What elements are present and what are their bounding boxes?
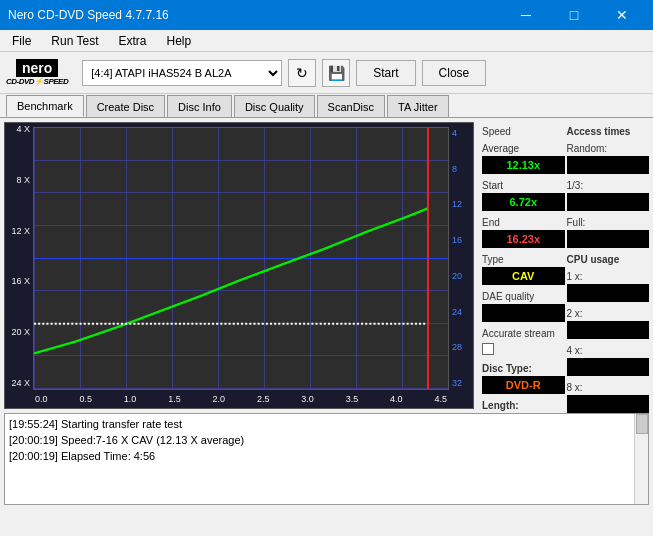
- bottom-area: [19:55:24] Starting transfer rate test […: [0, 413, 653, 509]
- y-right-8: 8: [449, 165, 473, 174]
- window-close-button[interactable]: ✕: [599, 0, 645, 30]
- length-label: Length:: [482, 400, 565, 411]
- y-right-16: 16: [449, 236, 473, 245]
- chart-inner: [33, 127, 449, 390]
- x-label-4: 4.0: [390, 394, 403, 404]
- x-label-2: 2.0: [213, 394, 226, 404]
- reload-button[interactable]: ↻: [288, 59, 316, 87]
- y-label-20: 20 X: [5, 328, 33, 337]
- save-button[interactable]: 💾: [322, 59, 350, 87]
- tab-create-disc[interactable]: Create Disc: [86, 95, 165, 117]
- type-value: CAV: [482, 267, 565, 285]
- menu-help[interactable]: Help: [159, 32, 200, 50]
- stats-right-col: Access times Random: 1/3: Full: CPU usag…: [567, 122, 650, 409]
- y-right-20: 20: [449, 272, 473, 281]
- right-panel: Speed Average 12.13x Start 6.72x End 16.…: [478, 118, 653, 413]
- y-label-4: 4 X: [5, 125, 33, 134]
- log-scrollbar[interactable]: [634, 414, 648, 504]
- accurate-stream-label: Accurate stream: [482, 328, 565, 339]
- x-label-45: 4.5: [434, 394, 447, 404]
- dae-quality-label: DAE quality: [482, 291, 565, 302]
- end-label: End: [482, 217, 565, 228]
- menu-file[interactable]: File: [4, 32, 39, 50]
- disc-type-value: DVD-R: [482, 376, 565, 394]
- maximize-button[interactable]: □: [551, 0, 597, 30]
- y-right-4: 4: [449, 129, 473, 138]
- cpu-1x-value: [567, 284, 650, 302]
- dae-quality-value: [482, 304, 565, 322]
- chart-area: 24 X 20 X 16 X 12 X 8 X 4 X: [4, 122, 474, 409]
- title-bar: Nero CD-DVD Speed 4.7.7.16 ─ □ ✕: [0, 0, 653, 30]
- x-label-25: 2.5: [257, 394, 270, 404]
- y-axis-right: 32 28 24 20 16 12 8 4: [449, 127, 473, 390]
- nero-logo-top: nero: [16, 59, 58, 77]
- cpu-usage-title: CPU usage: [567, 254, 650, 265]
- x-label-15: 1.5: [168, 394, 181, 404]
- y-label-16: 16 X: [5, 277, 33, 286]
- minimize-button[interactable]: ─: [503, 0, 549, 30]
- nero-logo-bottom: CD-DVD⚡SPEED: [6, 77, 68, 86]
- cpu-8x-value: [567, 395, 650, 413]
- tab-ta-jitter[interactable]: TA Jitter: [387, 95, 449, 117]
- speed-label: Speed: [482, 126, 565, 137]
- x-label-05: 0.5: [79, 394, 92, 404]
- y-right-32: 32: [449, 379, 473, 388]
- toolbar-close-button[interactable]: Close: [422, 60, 487, 86]
- log-lines-area: [19:55:24] Starting transfer rate test […: [5, 414, 648, 504]
- menu-bar: File Run Test Extra Help: [0, 30, 653, 52]
- access-times-title: Access times: [567, 126, 650, 137]
- cpu-4x-value: [567, 358, 650, 376]
- log-line-1: [20:00:19] Speed:7-16 X CAV (12.13 X ave…: [9, 432, 630, 448]
- log-scrollbar-thumb[interactable]: [636, 414, 648, 434]
- log-line-2: [20:00:19] Elapsed Time: 4:56: [9, 448, 630, 464]
- accurate-stream-checkbox-row: [482, 343, 565, 355]
- full-label: Full:: [567, 217, 650, 228]
- menu-extra[interactable]: Extra: [110, 32, 154, 50]
- log-area: [19:55:24] Starting transfer rate test […: [4, 413, 649, 505]
- x-label-35: 3.5: [346, 394, 359, 404]
- cpu-8x-label: 8 x:: [567, 382, 650, 393]
- cpu-1x-label: 1 x:: [567, 271, 650, 282]
- cpu-2x-value: [567, 321, 650, 339]
- full-value: [567, 230, 650, 248]
- chart-svg: [34, 128, 448, 389]
- y-right-24: 24: [449, 308, 473, 317]
- y-right-12: 12: [449, 200, 473, 209]
- cpu-2x-label: 2 x:: [567, 308, 650, 319]
- random-value: [567, 156, 650, 174]
- disc-type-label: Disc Type:: [482, 363, 565, 374]
- title-bar-text: Nero CD-DVD Speed 4.7.7.16: [8, 8, 503, 22]
- cpu-4x-label: 4 x:: [567, 345, 650, 356]
- y-label-24: 24 X: [5, 379, 33, 388]
- x-label-1: 1.0: [124, 394, 137, 404]
- x-label-3: 3.0: [301, 394, 314, 404]
- tab-bar: Benchmark Create Disc Disc Info Disc Qua…: [0, 94, 653, 118]
- menu-run-test[interactable]: Run Test: [43, 32, 106, 50]
- y-axis-left: 24 X 20 X 16 X 12 X 8 X 4 X: [5, 123, 33, 390]
- average-label: Average: [482, 143, 565, 154]
- average-value: 12.13x: [482, 156, 565, 174]
- toolbar: nero CD-DVD⚡SPEED [4:4] ATAPI iHAS524 B …: [0, 52, 653, 94]
- start-button[interactable]: Start: [356, 60, 415, 86]
- title-bar-buttons: ─ □ ✕: [503, 0, 645, 30]
- accurate-stream-checkbox[interactable]: [482, 343, 494, 355]
- tab-disc-info[interactable]: Disc Info: [167, 95, 232, 117]
- log-line-0: [19:55:24] Starting transfer rate test: [9, 416, 630, 432]
- log-lines-inner: [19:55:24] Starting transfer rate test […: [5, 414, 634, 504]
- nero-logo: nero CD-DVD⚡SPEED: [6, 59, 68, 86]
- tab-scan-disc[interactable]: ScanDisc: [317, 95, 385, 117]
- x-axis: 0.0 0.5 1.0 1.5 2.0 2.5 3.0 3.5 4.0 4.5: [33, 390, 449, 408]
- random-label: Random:: [567, 143, 650, 154]
- stats-left-col: Speed Average 12.13x Start 6.72x End 16.…: [482, 122, 565, 409]
- y-label-12: 12 X: [5, 227, 33, 236]
- start-value: 6.72x: [482, 193, 565, 211]
- y-label-8: 8 X: [5, 176, 33, 185]
- main-content: 24 X 20 X 16 X 12 X 8 X 4 X: [0, 118, 653, 413]
- tab-disc-quality[interactable]: Disc Quality: [234, 95, 315, 117]
- tab-benchmark[interactable]: Benchmark: [6, 95, 84, 117]
- type-label: Type: [482, 254, 565, 265]
- drive-select[interactable]: [4:4] ATAPI iHAS524 B AL2A: [82, 60, 282, 86]
- one-third-value: [567, 193, 650, 211]
- start-label: Start: [482, 180, 565, 191]
- x-label-0: 0.0: [35, 394, 48, 404]
